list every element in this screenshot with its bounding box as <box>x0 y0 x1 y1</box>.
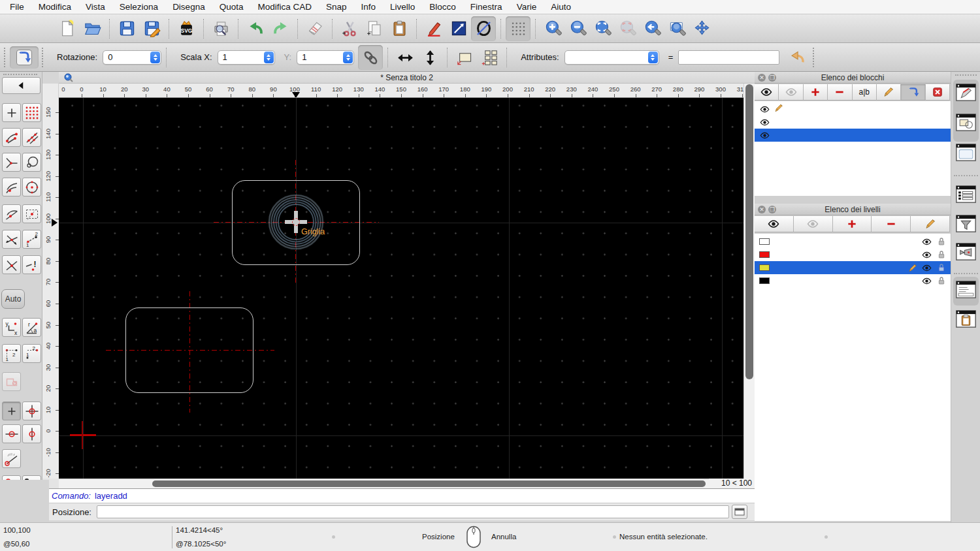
array-insert-button[interactable] <box>477 45 502 70</box>
menu-info[interactable]: Info <box>354 0 384 14</box>
snap-free-button[interactable] <box>2 103 21 122</box>
layer-color-swatch[interactable] <box>759 277 770 284</box>
snap-middle-button[interactable] <box>22 204 41 223</box>
svg-export-button[interactable]: SVG <box>174 16 199 41</box>
pencil-orange-button[interactable] <box>877 84 901 101</box>
auto-snap-button[interactable]: Auto <box>1 289 25 309</box>
command-line[interactable]: Comando: layeradd <box>49 488 755 503</box>
coord-xy-button[interactable]: yx <box>2 318 21 337</box>
scale-x-combo[interactable]: 1 <box>218 50 275 65</box>
eye-black-button[interactable] <box>755 84 779 101</box>
angle-rays-button[interactable] <box>2 449 21 468</box>
redo-button[interactable] <box>268 16 293 41</box>
layer-row[interactable] <box>755 235 951 248</box>
open-folder-button[interactable] <box>80 16 105 41</box>
print-preview-button[interactable] <box>208 16 233 41</box>
snap-intersection-auto-button[interactable] <box>2 230 21 249</box>
toolbar-handle[interactable] <box>42 48 44 67</box>
menu-modifica-cad[interactable]: Modifica CAD <box>250 0 319 14</box>
attributes-combo[interactable] <box>564 50 659 65</box>
eye-gray-button[interactable] <box>779 84 803 101</box>
stepper-icon[interactable] <box>343 52 353 63</box>
eye-icon[interactable] <box>759 104 770 114</box>
snap-nearest-button[interactable] <box>2 178 21 197</box>
menu-disegna[interactable]: Disegna <box>165 0 212 14</box>
circle-slash-button[interactable] <box>471 16 496 41</box>
restrict-horizontal-button[interactable] <box>2 424 21 443</box>
eye-icon[interactable] <box>921 263 932 273</box>
minus-red-button[interactable] <box>828 84 852 101</box>
zoom-window-button[interactable] <box>664 16 689 41</box>
layer-row[interactable] <box>755 248 951 261</box>
drawing-canvas[interactable]: Griglia <box>59 98 743 479</box>
snap-perpendicular-button[interactable] <box>2 153 21 172</box>
reset-button[interactable] <box>785 45 809 70</box>
eye-icon[interactable] <box>921 276 932 286</box>
flip-horizontal-button[interactable] <box>393 45 417 70</box>
menu-modifica[interactable]: Modifica <box>31 0 78 14</box>
win-funnel-toggle[interactable] <box>956 215 976 232</box>
horizontal-scrollbar[interactable] <box>59 479 709 488</box>
snap-grid-button[interactable] <box>22 103 41 122</box>
vertical-scrollbar-thumb[interactable] <box>745 84 753 379</box>
pencil-icon[interactable] <box>774 103 784 113</box>
eye-icon[interactable] <box>759 131 770 140</box>
restrict-nothing-button[interactable] <box>2 401 21 420</box>
snap-tangent-button[interactable] <box>2 204 21 223</box>
rotation-combo[interactable]: 0 <box>103 50 161 65</box>
snap-distance-button[interactable]: 12 <box>22 230 41 249</box>
delete-red-button[interactable] <box>926 84 950 101</box>
menu-blocco[interactable]: Blocco <box>422 0 463 14</box>
cut-button[interactable] <box>337 16 362 41</box>
draw-pencil-button[interactable] <box>421 16 446 41</box>
restrict-ghost-button[interactable] <box>2 372 21 391</box>
win-pencil-toggle[interactable] <box>956 84 976 101</box>
toolbar-handle[interactable] <box>4 48 7 67</box>
menu-snap[interactable]: Snap <box>319 0 354 14</box>
win-blank-toggle[interactable] <box>956 144 976 161</box>
menu-aiuto[interactable]: Aiuto <box>544 0 578 14</box>
lock-icon[interactable] <box>936 276 947 286</box>
link-scale-button[interactable] <box>358 45 383 70</box>
layer-color-swatch[interactable] <box>759 264 770 271</box>
attribute-value-input[interactable] <box>678 50 779 65</box>
menu-varie[interactable]: Varie <box>510 0 544 14</box>
vertical-scrollbar[interactable] <box>743 84 755 480</box>
snap-on-entity-button[interactable] <box>22 128 41 147</box>
save-button[interactable] <box>114 16 139 41</box>
position-input[interactable] <box>97 505 729 518</box>
insert-blue-button[interactable] <box>901 84 925 101</box>
zoom-in-button[interactable] <box>540 16 565 41</box>
menu-seleziona[interactable]: Seleziona <box>112 0 165 14</box>
plus-red-button[interactable] <box>804 84 828 101</box>
eye-icon[interactable] <box>921 237 932 247</box>
undo-button[interactable] <box>243 16 268 41</box>
snap-intersection-button[interactable] <box>2 255 21 274</box>
win-command-toggle[interactable] <box>956 281 976 298</box>
layer-row[interactable] <box>755 261 951 274</box>
measure-rect-button[interactable] <box>446 16 471 41</box>
block-row[interactable] <box>755 116 951 129</box>
paste-button[interactable] <box>387 16 412 41</box>
palette-handle[interactable] <box>3 74 37 76</box>
stepper-icon[interactable] <box>648 52 658 63</box>
copy-button[interactable] <box>362 16 387 41</box>
eye-icon[interactable] <box>759 118 770 127</box>
layer-color-swatch[interactable] <box>759 251 770 258</box>
dim-vertical-button[interactable]: 12 <box>22 344 41 363</box>
stepper-icon[interactable] <box>150 52 160 63</box>
grid-dots-button[interactable] <box>506 16 531 41</box>
coord-polar-button[interactable]: ra <box>22 318 41 337</box>
scale-y-combo[interactable]: 1 <box>297 50 354 65</box>
eye-icon[interactable] <box>921 250 932 260</box>
win-clipboard-toggle[interactable] <box>956 310 976 328</box>
menu-quota[interactable]: Quota <box>212 0 251 14</box>
minus-red-button[interactable] <box>872 216 911 232</box>
eye-black-button[interactable] <box>755 216 794 232</box>
eye-gray-button[interactable] <box>794 216 833 232</box>
win-list-toggle[interactable] <box>956 185 976 203</box>
win-camera-toggle[interactable] <box>956 243 976 260</box>
snap-endpoints-button[interactable] <box>2 128 21 147</box>
snap-on-circle-button[interactable] <box>22 153 41 172</box>
zoom-previous-button[interactable] <box>640 16 664 41</box>
